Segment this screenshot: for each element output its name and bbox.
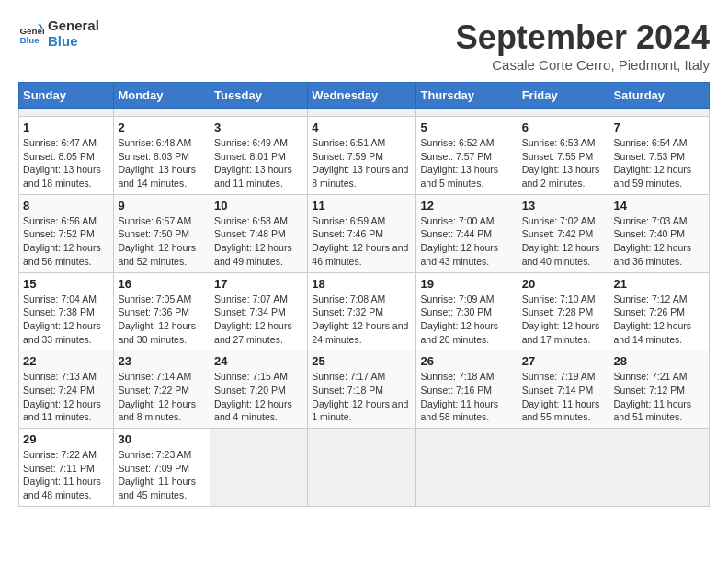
calendar-cell (308, 109, 416, 117)
logo-line2: Blue (48, 34, 99, 50)
day-number: 28 (613, 354, 705, 368)
day-header-saturday: Saturday (609, 83, 710, 109)
day-number: 23 (118, 354, 206, 368)
day-info: Sunrise: 6:58 AMSunset: 7:48 PMDaylight:… (214, 214, 303, 269)
calendar-cell: 22Sunrise: 7:13 AMSunset: 7:24 PMDayligh… (19, 350, 114, 429)
calendar-cell: 28Sunrise: 7:21 AMSunset: 7:12 PMDayligh… (609, 350, 710, 429)
day-info: Sunrise: 7:13 AMSunset: 7:24 PMDaylight:… (23, 370, 109, 424)
calendar-cell (416, 109, 518, 117)
calendar-cell (609, 429, 710, 507)
day-number: 17 (214, 277, 303, 291)
calendar-cell: 21Sunrise: 7:12 AMSunset: 7:26 PMDayligh… (609, 272, 710, 350)
title-area: September 2024 Casale Corte Cerro, Piedm… (456, 18, 710, 73)
day-info: Sunrise: 7:08 AMSunset: 7:32 PMDaylight:… (312, 293, 412, 347)
calendar-cell: 14Sunrise: 7:03 AMSunset: 7:40 PMDayligh… (609, 194, 710, 272)
day-number: 7 (613, 121, 705, 134)
calendar-week-row: 22Sunrise: 7:13 AMSunset: 7:24 PMDayligh… (19, 350, 710, 429)
day-header-tuesday: Tuesday (210, 83, 308, 109)
calendar-cell: 12Sunrise: 7:00 AMSunset: 7:44 PMDayligh… (416, 194, 518, 272)
month-title: September 2024 (456, 18, 710, 57)
day-info: Sunrise: 7:00 AMSunset: 7:44 PMDaylight:… (420, 214, 513, 269)
day-info: Sunrise: 7:22 AMSunset: 7:11 PMDaylight:… (23, 448, 109, 502)
day-number: 2 (118, 121, 206, 134)
calendar-cell: 20Sunrise: 7:10 AMSunset: 7:28 PMDayligh… (518, 272, 609, 350)
day-number: 21 (613, 277, 705, 291)
day-number: 30 (118, 432, 206, 446)
calendar-header-row: SundayMondayTuesdayWednesdayThursdayFrid… (19, 83, 710, 109)
day-info: Sunrise: 7:23 AMSunset: 7:09 PMDaylight:… (118, 448, 206, 502)
calendar-cell: 24Sunrise: 7:15 AMSunset: 7:20 PMDayligh… (210, 350, 308, 429)
calendar-cell (609, 109, 710, 117)
day-info: Sunrise: 7:09 AMSunset: 7:30 PMDaylight:… (420, 293, 513, 347)
day-info: Sunrise: 7:04 AMSunset: 7:38 PMDaylight:… (23, 293, 109, 347)
day-number: 10 (214, 199, 303, 213)
calendar-cell: 19Sunrise: 7:09 AMSunset: 7:30 PMDayligh… (416, 272, 518, 350)
calendar-body: 1Sunrise: 6:47 AMSunset: 8:05 PMDaylight… (19, 109, 710, 507)
day-number: 22 (23, 354, 109, 368)
calendar-week-row: 1Sunrise: 6:47 AMSunset: 8:05 PMDaylight… (19, 117, 710, 195)
calendar-cell: 17Sunrise: 7:07 AMSunset: 7:34 PMDayligh… (210, 272, 308, 350)
calendar-cell (210, 109, 308, 117)
calendar-cell: 30Sunrise: 7:23 AMSunset: 7:09 PMDayligh… (114, 429, 210, 507)
day-info: Sunrise: 6:57 AMSunset: 7:50 PMDaylight:… (118, 214, 206, 269)
day-number: 3 (214, 121, 303, 134)
calendar-cell: 13Sunrise: 7:02 AMSunset: 7:42 PMDayligh… (518, 194, 609, 272)
day-info: Sunrise: 7:17 AMSunset: 7:18 PMDaylight:… (312, 370, 412, 424)
calendar-cell (19, 109, 114, 117)
day-info: Sunrise: 7:12 AMSunset: 7:26 PMDaylight:… (613, 293, 705, 347)
calendar-cell: 8Sunrise: 6:56 AMSunset: 7:52 PMDaylight… (19, 194, 114, 272)
day-number: 26 (420, 354, 513, 368)
day-header-friday: Friday (518, 83, 609, 109)
day-number: 6 (522, 121, 606, 134)
day-number: 14 (613, 199, 705, 213)
day-info: Sunrise: 6:53 AMSunset: 7:55 PMDaylight:… (522, 136, 606, 190)
calendar-cell (518, 429, 609, 507)
calendar-cell: 26Sunrise: 7:18 AMSunset: 7:16 PMDayligh… (416, 350, 518, 429)
calendar-cell: 25Sunrise: 7:17 AMSunset: 7:18 PMDayligh… (308, 350, 416, 429)
calendar-cell: 9Sunrise: 6:57 AMSunset: 7:50 PMDaylight… (114, 194, 210, 272)
day-info: Sunrise: 6:54 AMSunset: 7:53 PMDaylight:… (613, 136, 705, 190)
day-number: 12 (420, 199, 513, 213)
logo-line1: General (48, 18, 99, 34)
day-number: 18 (312, 277, 412, 291)
location-subtitle: Casale Corte Cerro, Piedmont, Italy (456, 57, 710, 73)
header: General Blue General Blue September 2024… (18, 18, 710, 73)
day-number: 27 (522, 354, 606, 368)
calendar-cell: 1Sunrise: 6:47 AMSunset: 8:05 PMDaylight… (19, 117, 114, 195)
day-number: 9 (118, 199, 206, 213)
day-header-wednesday: Wednesday (308, 83, 416, 109)
day-number: 13 (522, 199, 606, 213)
day-number: 25 (312, 354, 412, 368)
logo-icon: General Blue (18, 21, 44, 47)
day-number: 20 (522, 277, 606, 291)
day-info: Sunrise: 7:10 AMSunset: 7:28 PMDaylight:… (522, 293, 606, 347)
day-number: 5 (420, 121, 513, 134)
day-info: Sunrise: 6:51 AMSunset: 7:59 PMDaylight:… (312, 136, 412, 190)
calendar-week-row: 8Sunrise: 6:56 AMSunset: 7:52 PMDaylight… (19, 194, 710, 272)
day-info: Sunrise: 6:56 AMSunset: 7:52 PMDaylight:… (23, 214, 109, 269)
day-number: 24 (214, 354, 303, 368)
day-info: Sunrise: 7:15 AMSunset: 7:20 PMDaylight:… (214, 370, 303, 424)
day-number: 1 (23, 121, 109, 134)
calendar-cell: 16Sunrise: 7:05 AMSunset: 7:36 PMDayligh… (114, 272, 210, 350)
day-info: Sunrise: 6:47 AMSunset: 8:05 PMDaylight:… (23, 136, 109, 190)
calendar-cell (114, 109, 210, 117)
day-info: Sunrise: 7:07 AMSunset: 7:34 PMDaylight:… (214, 293, 303, 347)
day-header-thursday: Thursday (416, 83, 518, 109)
calendar-week-row (19, 109, 710, 117)
calendar-cell: 5Sunrise: 6:52 AMSunset: 7:57 PMDaylight… (416, 117, 518, 195)
day-number: 15 (23, 277, 109, 291)
calendar-cell: 7Sunrise: 6:54 AMSunset: 7:53 PMDaylight… (609, 117, 710, 195)
day-info: Sunrise: 7:05 AMSunset: 7:36 PMDaylight:… (118, 293, 206, 347)
calendar-week-row: 15Sunrise: 7:04 AMSunset: 7:38 PMDayligh… (19, 272, 710, 350)
day-info: Sunrise: 6:48 AMSunset: 8:03 PMDaylight:… (118, 136, 206, 190)
day-info: Sunrise: 7:21 AMSunset: 7:12 PMDaylight:… (613, 370, 705, 424)
svg-text:Blue: Blue (19, 34, 40, 44)
day-info: Sunrise: 7:03 AMSunset: 7:40 PMDaylight:… (613, 214, 705, 269)
calendar-cell (308, 429, 416, 507)
calendar-cell: 27Sunrise: 7:19 AMSunset: 7:14 PMDayligh… (518, 350, 609, 429)
day-number: 11 (312, 199, 412, 213)
calendar-cell (416, 429, 518, 507)
calendar-cell: 2Sunrise: 6:48 AMSunset: 8:03 PMDaylight… (114, 117, 210, 195)
day-header-monday: Monday (114, 83, 210, 109)
